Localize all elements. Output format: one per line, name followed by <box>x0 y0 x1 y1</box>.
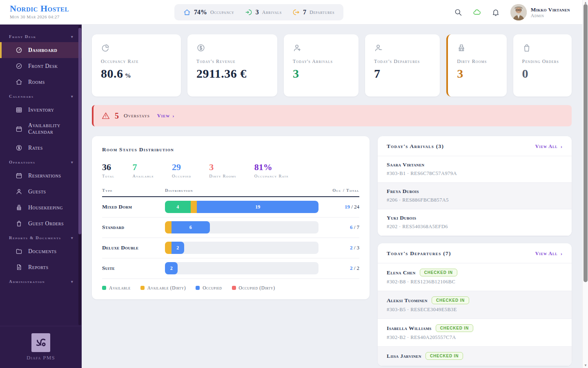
legend-dot <box>140 286 145 290</box>
avatar[interactable] <box>510 4 527 20</box>
legend-item: Available <box>102 285 131 290</box>
cloud-status-icon <box>473 8 481 16</box>
room-type-row: Standard66 / 7 <box>102 218 359 238</box>
quick-stat: 3Arrivals <box>245 9 282 16</box>
bag-icon <box>16 220 22 227</box>
bag-icon <box>522 43 531 52</box>
nav-section-administration[interactable]: Administration▾ <box>0 275 82 287</box>
bell-icon[interactable] <box>492 8 500 16</box>
sidebar-item-label: Rates <box>28 145 43 151</box>
brand-logo-icon <box>31 333 50 352</box>
guest-reservation-detail: #206 · RES886FBCB857A5 <box>387 197 563 203</box>
sidebar-item-rates[interactable]: Rates <box>0 140 82 156</box>
guest-row[interactable]: Isabella WilliamsChecked In#302-B2 · RES… <box>378 319 572 347</box>
nav-section-label: Reports & Documents <box>9 236 61 240</box>
room-summary-value: 7 <box>133 162 154 173</box>
room-summary-label: Available <box>133 174 154 178</box>
guest-row[interactable]: Aleksi TuominenChecked In#303-B5 · RESEC… <box>378 291 572 319</box>
quick-stats-pill: 74%Occupancy3Arrivals7Departures <box>174 4 343 20</box>
stat-card-today-s-departures[interactable]: Today's Departures7 <box>365 34 440 96</box>
guest-reservation-detail: #202 · RES540368A5EFD6 <box>387 224 563 230</box>
room-summary-label: Dirty Rooms <box>209 174 236 178</box>
calendar-icon <box>16 172 22 179</box>
room-summary-label: Occupied <box>172 174 191 178</box>
overstays-view-link[interactable]: View› <box>157 112 175 119</box>
stat-card-occupancy-rate[interactable]: Occupancy Rate80.6 % <box>92 34 181 96</box>
quick-stat-value: 7 <box>303 9 306 16</box>
sidebar-item-reservations[interactable]: Reservations <box>0 168 82 184</box>
sidebar-item-guest-orders[interactable]: Guest Orders <box>0 215 82 231</box>
stat-card-pending-orders[interactable]: Pending Orders0 <box>513 34 572 96</box>
sidebar-item-reports[interactable]: Reports <box>0 259 82 275</box>
search-icon[interactable] <box>454 8 462 16</box>
sidebar-item-rooms[interactable]: Rooms <box>0 74 82 90</box>
departures-title: Today's Departures (7) <box>387 250 451 257</box>
guest-reservation-detail: #302-B2 · RES40A205557C7A <box>387 334 563 341</box>
guest-row[interactable]: Yuki Dubois#202 · RES540368A5EFD6 <box>378 209 572 236</box>
stat-card-dirty-rooms[interactable]: Dirty Rooms3 <box>446 34 506 96</box>
sidebar-item-label: Inventory <box>28 107 54 113</box>
guest-name: Isabella Williams <box>387 325 432 332</box>
room-summary-value: 3 <box>209 162 236 173</box>
dollar-icon <box>16 144 22 151</box>
nav-section-reports-documents[interactable]: Reports & Documents▾ <box>0 231 82 243</box>
sidebar-item-housekeeping[interactable]: Housekeeping <box>0 200 82 215</box>
legend-label: Occupied <box>203 285 222 290</box>
room-summary-label: Occupancy Rate <box>254 174 289 178</box>
sidebar-item-label: Reports <box>28 264 48 271</box>
user-icon <box>16 188 22 195</box>
room-status-summary: 36Total7Available29Occupied3Dirty Rooms8… <box>102 162 359 178</box>
window-scrollbar-thumb[interactable] <box>584 4 588 282</box>
stat-card-label: Occupancy Rate <box>101 58 172 65</box>
occ-total-value: 2 / 3 <box>323 245 359 251</box>
top-header: Nordic Hostel Mon 30 Mar 2026 04:27 74%O… <box>0 0 582 25</box>
nav-section-label: Calendars <box>9 94 34 99</box>
guest-reservation-detail: #303-B1 · RES6C78C57A979A <box>387 171 563 177</box>
stat-card-today-s-arrivals[interactable]: Today's Arrivals3 <box>284 34 359 96</box>
bar-segment-available-dirty <box>165 221 172 233</box>
room-summary-dirty-rooms: 3Dirty Rooms <box>209 162 236 178</box>
chevron-right-icon: › <box>561 143 563 150</box>
guest-row[interactable]: Saara Virtanen#303-B1 · RES6C78C57A979A <box>378 156 572 183</box>
scroll-down-icon[interactable]: ▼ <box>583 364 588 367</box>
sidebar-item-guests[interactable]: Guests <box>0 184 82 200</box>
sidebar-nav: Front Desk▾DashboardFront DeskRoomsCalen… <box>0 25 82 326</box>
sidebar-scrollbar-thumb[interactable] <box>78 28 81 234</box>
occ-count: 2 <box>350 265 353 271</box>
guest-row[interactable]: Liisa JarvinenChecked In <box>378 347 572 366</box>
overstays-alert: 5 Overstays View› <box>92 105 572 126</box>
guest-name: Saara Virtanen <box>387 162 425 168</box>
sidebar-item-label: Dashboard <box>28 47 57 54</box>
sidebar-item-documents[interactable]: Documents <box>0 243 82 259</box>
stat-card-value: 3 <box>293 67 350 81</box>
user-menu[interactable]: Mikko Virtanen Admin <box>510 4 570 20</box>
guest-name: Aleksi Tuominen <box>387 297 428 304</box>
logo-block: Nordic Hostel Mon 30 Mar 2026 04:27 <box>10 3 69 19</box>
quick-stat-value: 74% <box>194 9 207 16</box>
room-summary-occupied: 29Occupied <box>172 162 191 178</box>
nav-section-calendars[interactable]: Calendars▾ <box>0 90 82 102</box>
col-type: Type <box>102 188 160 193</box>
sidebar-scrollbar[interactable] <box>78 25 81 325</box>
status-badge: Checked In <box>425 352 463 360</box>
user-minus-icon <box>374 43 383 52</box>
sidebar-item-inventory[interactable]: Inventory <box>0 102 82 118</box>
departure-icon <box>292 9 300 16</box>
sidebar-item-front-desk[interactable]: Front Desk <box>0 58 82 74</box>
sidebar-item-dashboard[interactable]: Dashboard <box>0 42 82 58</box>
room-summary-available: 7Available <box>133 162 154 178</box>
departures-view-all-link[interactable]: View All› <box>535 250 563 257</box>
legend-label: Occupied (Dirty) <box>239 285 275 290</box>
sidebar-item-availability-calendar[interactable]: Availability Calendar <box>0 118 82 140</box>
stat-card-today-s-revenue[interactable]: Today's Revenue2911.36 € <box>187 34 277 96</box>
window-scrollbar[interactable]: ▲ ▼ <box>582 0 588 368</box>
nav-section-front-desk[interactable]: Front Desk▾ <box>0 30 82 42</box>
guest-row[interactable]: Freya Dubois#206 · RES886FBCB857A5 <box>378 183 572 209</box>
quick-stat-value: 3 <box>256 9 259 16</box>
distribution-bar: 419 <box>165 201 318 213</box>
distribution-bar: 2 <box>165 242 318 254</box>
nav-section-operations[interactable]: Operations▾ <box>0 156 82 168</box>
arrivals-view-all-link[interactable]: View All› <box>535 143 563 150</box>
guest-row[interactable]: Elena ChenChecked In#302-B8 · RES1236B12… <box>378 263 572 291</box>
guest-name: Elena Chen <box>387 269 416 276</box>
